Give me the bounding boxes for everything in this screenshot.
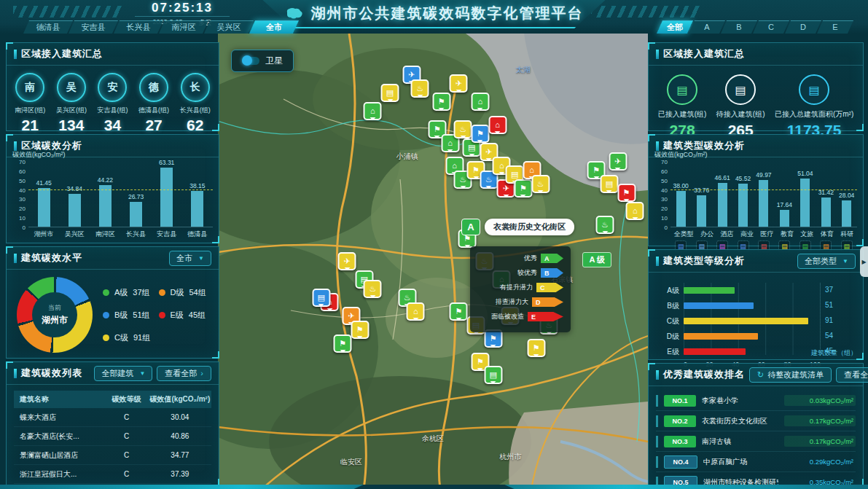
region-tab[interactable]: 全市 (252, 20, 296, 34)
rectify-label: 待整改建筑清单 (767, 369, 824, 380)
dashboard: ▤✈⌂♨⚑✈⌂⚑⌂♨▤⚑✈⌂⌂♨⚑♨⌂✈▤⚑⌂♨⚑▤✈⚑⌂♨⚑♨⌂⚑▤⚑⌂⚑♨✈… (0, 0, 868, 489)
type-filter-dropdown[interactable]: 全部类型 ▼ (797, 254, 856, 269)
carbon-value: 0.03kgCO₂/m² (784, 395, 856, 406)
ranking-row[interactable]: NO.4中原百脑广场0.29kgCO₂/m² (656, 452, 856, 472)
view-all-button[interactable]: 查看全部 › (157, 366, 211, 381)
region-tab[interactable]: 吴兴区 (207, 20, 251, 34)
access-summary-item: ▤已接入总建筑面积(万m²)1173.75 (775, 74, 853, 139)
grade-bar-row: A级37 (657, 283, 853, 298)
region-summary-item: 南南浔区(组)21 (10, 73, 50, 134)
city-scope-dropdown[interactable]: 全市 ▼ (169, 251, 211, 266)
legend-count: 51组 (133, 310, 149, 321)
bar-value-label: 44.22 (98, 176, 113, 184)
bar-value-label: 51 (825, 301, 833, 309)
row-accent (656, 415, 658, 427)
bar-track: 45 (684, 348, 821, 355)
region-tab[interactable]: 安吉县 (71, 20, 115, 34)
ranking-row[interactable]: NO.2衣裳街历史文化街区0.17kgCO₂/m² (656, 411, 856, 431)
ranking-row[interactable]: NO.1李家巷小学0.03kgCO₂/m² (656, 391, 856, 411)
table-row[interactable]: 景澜富硒山居酒店C34.77 (14, 446, 211, 465)
building-name: 李家巷小学 (702, 396, 778, 406)
grade-label: A级 (657, 286, 679, 296)
place-label: 太湖 (516, 65, 531, 75)
access-summary-item: ▤待接入建筑(组)265 (716, 74, 765, 139)
table-row[interactable]: 名豪大酒店(长安...C40.86 (14, 427, 211, 446)
y-axis-tick: 70 (19, 159, 26, 165)
legend-row: 优秀AA 级 (477, 254, 563, 263)
place-label: 余杭区 (422, 434, 444, 444)
grade-tab[interactable]: 全部 (660, 20, 690, 34)
building-filter-dropdown[interactable]: 全部建筑 ▼ (94, 366, 152, 381)
table-header-cell: 碳效值(kgCO₂/m²) (149, 394, 211, 404)
grade-tab[interactable]: C (756, 20, 786, 34)
region-count: 27 (134, 117, 173, 134)
x-axis-label: 建筑数量（组） (811, 348, 857, 358)
grade-label: B级 (657, 301, 679, 311)
bar: 28.04 (842, 200, 851, 227)
panel-collapse-handle[interactable]: ▶ (860, 246, 868, 277)
y-axis-tick: 20 (661, 206, 668, 212)
bar-track: 37 (684, 287, 821, 294)
bar-value-label: 17.64 (777, 201, 792, 208)
region-tab-label: 全市 (266, 22, 282, 33)
region-tab[interactable]: 南浔区 (162, 20, 206, 34)
ranking-row[interactable]: NO.3南浔古镇0.17kgCO₂/m² (656, 431, 856, 452)
bar-value-label: 45.52 (735, 175, 751, 182)
region-tab-label: 德清县 (36, 22, 60, 33)
legend-grade-arrow-icon: E (528, 312, 563, 321)
footer-decoration (0, 485, 868, 489)
table-cell: C (104, 432, 148, 440)
legend-grade: B级 (114, 310, 128, 321)
satellite-toggle[interactable]: 卫星 (231, 50, 294, 72)
bar-value-label: 46.61 (714, 174, 730, 181)
region-tab-label: 长兴县 (127, 22, 151, 33)
view-all-label: 查看全部 (165, 368, 197, 379)
grade-tab[interactable]: E (820, 20, 851, 34)
bar-value-label: 37 (825, 286, 833, 294)
legend-count: 91组 (133, 332, 150, 343)
type-carbon-bar-chart: 碳效值(kgCO₂/m²)01020304050607038.0033.7646… (670, 162, 857, 251)
bar: 51.04 (800, 179, 810, 227)
x-axis-tick: 商业 (740, 230, 754, 239)
legend-row: 面临被改造E (477, 312, 563, 321)
view-all-button[interactable]: 查看全部 › (836, 367, 868, 383)
title-banner: 湖州市公共建筑碳效码数字化管理平台 (263, 0, 606, 28)
x-axis-labels: 湖州市吴兴区南浔区长兴县安吉县德清县 (28, 230, 213, 239)
bars-area: 38.0033.7646.6145.5249.9717.6451.0431.42… (670, 162, 857, 227)
legend-dot-icon (103, 312, 109, 318)
region-label: 吴兴区(组) (52, 106, 91, 115)
toggle-switch-icon[interactable] (242, 57, 259, 65)
donut-legend-item: C级91组 (103, 332, 159, 343)
region-tab[interactable]: 长兴县 (117, 20, 160, 34)
region-tab-label: 安吉县 (82, 22, 106, 33)
bar-value-label: 26.73 (128, 193, 144, 200)
donut-center-value: 湖州市 (42, 314, 68, 326)
selected-grade-badge: A 级 (582, 252, 611, 267)
y-axis-tick: 50 (661, 177, 668, 184)
x-axis-tick: 全类型 (674, 230, 694, 239)
legend-label: 排查潜力大 (496, 297, 528, 307)
bar-track: 91 (684, 318, 821, 324)
bar: 31.42 (821, 197, 831, 227)
bar: 17.64 (780, 210, 789, 227)
region-tab[interactable]: 德清县 (26, 20, 70, 34)
table-row[interactable]: 浙江皇冠假日大...C37.39 (14, 465, 211, 484)
access-label: 已接入总建筑面积(万m²) (775, 109, 853, 120)
y-axis-tick: 40 (661, 187, 668, 193)
grade-tab[interactable]: B (724, 20, 754, 34)
x-axis-tick: 德清县 (187, 230, 207, 239)
view-all-label: 查看全部 (844, 369, 868, 380)
map-tooltip[interactable]: A 衣裳街历史文化街区 (461, 219, 574, 235)
y-axis-tick: 60 (19, 168, 26, 174)
grade-tab-label: C (768, 23, 774, 31)
legend-count: 45组 (189, 310, 206, 321)
grade-tab[interactable]: A (692, 20, 722, 34)
region-label: 南浔区(组) (10, 106, 50, 115)
grade-tab[interactable]: D (788, 20, 818, 34)
map-canvas[interactable]: ▤✈⌂♨⚑✈⌂⚑⌂♨▤⚑✈⌂⌂♨⚑♨⌂✈▤⚑⌂♨⚑▤✈⚑⌂♨⚑♨⌂⚑▤⚑⌂⚑♨✈… (218, 34, 648, 489)
grade-a-badge-icon: A (461, 219, 480, 235)
rectify-list-button[interactable]: ↻ 待整改建筑清单 (749, 367, 832, 383)
grade-tab-label: D (800, 23, 806, 31)
legend-label: 优秀 (524, 254, 537, 263)
table-row[interactable]: 蝶来大酒店C30.04 (14, 408, 211, 427)
